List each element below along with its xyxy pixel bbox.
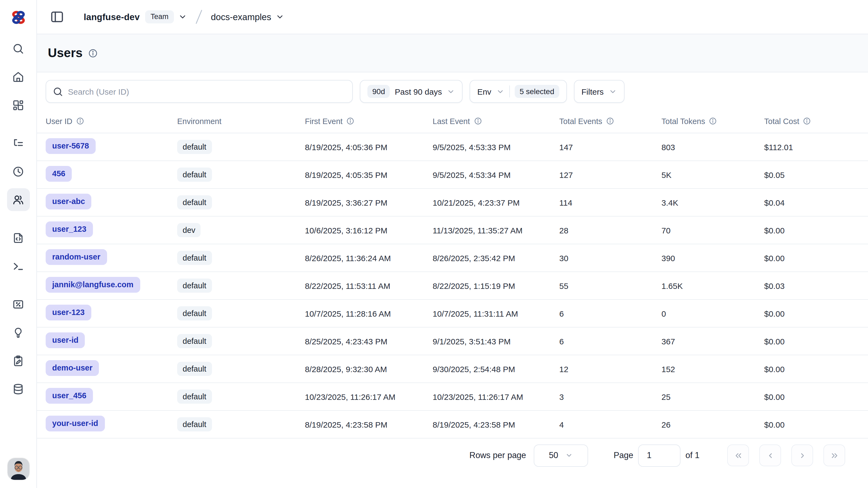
chevron-down-icon	[565, 452, 573, 459]
first-event-cell: 10/7/2025, 11:28:16 AM	[305, 309, 433, 318]
page-count-label: of 1	[685, 451, 700, 460]
last-page-button[interactable]	[824, 444, 845, 466]
previous-page-button[interactable]	[759, 444, 781, 466]
sidebar-item-dashboards[interactable]	[7, 93, 30, 116]
sidebar-item-evaluation[interactable]	[7, 293, 30, 316]
date-range-shortcut-badge: 90d	[367, 85, 390, 98]
total-events-cell: 3	[559, 392, 661, 401]
sidebar-toggle-button[interactable]	[49, 9, 65, 25]
table-row[interactable]: user-123 default 10/7/2025, 11:28:16 AM …	[37, 300, 868, 327]
user-id-link[interactable]: user-id	[45, 333, 85, 348]
table-row[interactable]: jannik@langfuse.com default 8/22/2025, 1…	[37, 272, 868, 300]
environment-selected-badge: 5 selected	[515, 85, 559, 98]
last-event-cell: 8/22/2025, 1:15:19 PM	[433, 281, 559, 290]
first-event-cell: 8/22/2025, 11:53:11 AM	[305, 281, 433, 290]
first-page-button[interactable]	[727, 444, 749, 466]
user-id-link[interactable]: user-abc	[45, 194, 92, 209]
table-row[interactable]: demo-user default 8/28/2025, 9:32:30 AM …	[37, 355, 868, 383]
last-event-cell: 10/23/2025, 11:26:17 AM	[433, 392, 559, 401]
table-row[interactable]: random-user default 8/26/2025, 11:36:24 …	[37, 244, 868, 272]
total-cost-cell: $0.00	[764, 420, 868, 429]
user-id-link[interactable]: your-user-id	[45, 416, 105, 431]
search-input[interactable]	[68, 87, 346, 96]
org-chevron-down-icon[interactable]	[178, 12, 187, 21]
total-events-cell: 28	[559, 226, 661, 235]
search-box[interactable]	[45, 80, 353, 103]
total-cost-cell: $0.05	[764, 170, 868, 179]
column-header-total-cost[interactable]: Total Cost	[764, 117, 868, 125]
table-row[interactable]: user-abc default 8/19/2025, 3:36:27 PM 1…	[37, 189, 868, 217]
column-header-environment[interactable]: Environment	[177, 117, 305, 125]
user-avatar[interactable]	[7, 458, 29, 480]
home-icon	[12, 70, 25, 83]
next-page-button[interactable]	[792, 444, 813, 466]
project-chevron-down-icon[interactable]	[276, 12, 284, 21]
environment-badge: default	[177, 140, 212, 154]
date-range-label: Past 90 days	[395, 87, 442, 96]
column-header-total-tokens[interactable]: Total Tokens	[661, 117, 764, 125]
last-event-cell: 9/5/2025, 4:53:33 PM	[433, 142, 559, 151]
column-header-first-event[interactable]: First Event	[305, 117, 433, 125]
database-icon	[12, 383, 25, 395]
total-cost-cell: $0.00	[764, 253, 868, 262]
date-range-picker[interactable]: 90d Past 90 days	[360, 80, 463, 103]
sidebar-item-playground[interactable]	[7, 255, 30, 278]
table-row[interactable]: user-id default 8/25/2025, 4:23:43 PM 9/…	[37, 327, 868, 355]
page-number-input[interactable]	[638, 444, 681, 466]
environment-filter-label: Env	[477, 87, 491, 96]
main-content: Users 90d Past 90 days Env	[37, 34, 868, 488]
table-row[interactable]: user_456 default 10/23/2025, 11:26:17 AM…	[37, 383, 868, 411]
sidebar-item-search[interactable]	[7, 37, 30, 60]
langfuse-logo[interactable]	[0, 0, 36, 34]
total-cost-cell: $0.00	[764, 337, 868, 346]
breadcrumb-project[interactable]: docs-examples	[211, 12, 271, 22]
first-event-cell: 10/6/2025, 3:16:12 PM	[305, 226, 433, 235]
user-id-link[interactable]: user-5678	[45, 139, 95, 154]
sidebar-item-insights[interactable]	[7, 321, 30, 344]
last-event-cell: 9/30/2025, 2:54:48 PM	[433, 364, 559, 373]
user-id-link[interactable]: user_123	[45, 222, 93, 237]
environment-filter[interactable]: Env 5 selected	[470, 80, 567, 103]
table-row[interactable]: user_123 dev 10/6/2025, 3:16:12 PM 11/13…	[37, 217, 868, 244]
total-cost-cell: $0.00	[764, 226, 868, 235]
last-event-cell: 11/13/2025, 11:35:27 AM	[433, 226, 559, 235]
user-id-link[interactable]: user_456	[45, 388, 93, 403]
table-row[interactable]: 456 default 8/19/2025, 4:05:35 PM 9/5/20…	[37, 161, 868, 189]
column-header-user-id[interactable]: User ID	[45, 117, 177, 125]
sidebar-item-tracing[interactable]	[7, 132, 30, 154]
column-header-last-event[interactable]: Last Event	[433, 117, 559, 125]
filters-button[interactable]: Filters	[574, 80, 624, 103]
sidebar-item-sessions[interactable]	[7, 160, 30, 183]
chevron-down-icon	[496, 87, 504, 95]
breadcrumb-org[interactable]: langfuse-dev	[84, 12, 140, 22]
user-id-link[interactable]: random-user	[45, 250, 107, 265]
table-row[interactable]: user-5678 default 8/19/2025, 4:05:36 PM …	[37, 133, 868, 161]
user-id-link[interactable]: user-123	[45, 305, 91, 320]
info-icon	[803, 117, 811, 125]
total-tokens-cell: 0	[661, 309, 764, 318]
first-event-cell: 8/25/2025, 4:23:43 PM	[305, 337, 433, 346]
sidebar-item-prompts[interactable]	[7, 226, 30, 249]
filters-label: Filters	[582, 87, 604, 96]
environment-badge: default	[177, 334, 212, 348]
rows-per-page-select[interactable]: 50	[534, 444, 588, 466]
total-tokens-cell: 803	[661, 142, 764, 151]
sidebar-item-datasets[interactable]	[7, 378, 30, 400]
sidebar-item-annotation[interactable]	[7, 349, 30, 372]
first-event-cell: 8/19/2025, 4:23:58 PM	[305, 420, 433, 429]
column-header-total-events[interactable]: Total Events	[559, 117, 661, 125]
terminal-icon	[12, 260, 25, 272]
total-events-cell: 127	[559, 170, 661, 179]
total-tokens-cell: 25	[661, 392, 764, 401]
sidebar-item-home[interactable]	[7, 65, 30, 88]
page-title-info-icon[interactable]	[88, 48, 98, 58]
user-id-link[interactable]: 456	[45, 166, 72, 181]
table-row[interactable]: your-user-id default 8/19/2025, 4:23:58 …	[37, 411, 868, 438]
first-event-cell: 8/26/2025, 11:36:24 AM	[305, 253, 433, 262]
info-icon	[709, 117, 717, 125]
user-id-link[interactable]: demo-user	[45, 361, 99, 376]
sidebar-item-users[interactable]	[7, 188, 30, 211]
first-event-cell: 10/23/2025, 11:26:17 AM	[305, 392, 433, 401]
dashboard-icon	[12, 99, 25, 111]
user-id-link[interactable]: jannik@langfuse.com	[45, 277, 140, 292]
